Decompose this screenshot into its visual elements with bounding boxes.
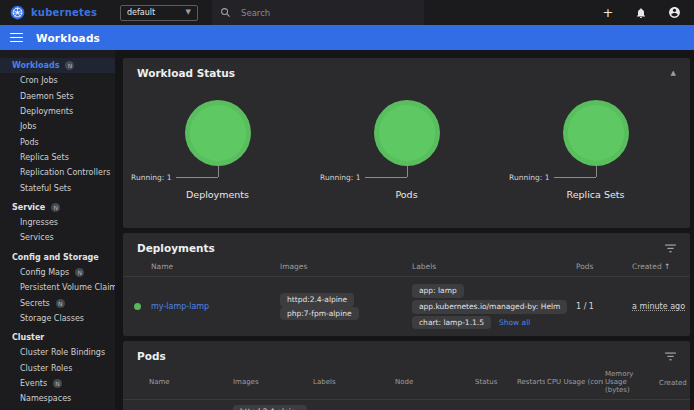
workload-status-card: Workload Status ▲ Running: 1 Deployments… (123, 58, 690, 228)
image-chip: httpd:2.4-alpine (233, 405, 307, 410)
created-ago-cell: a minute ago (632, 302, 686, 311)
deployment-row: my-lamp-lamp httpd:2.4-alpine php:7-fpm-… (123, 277, 690, 337)
search-input[interactable] (241, 8, 401, 18)
sidebar-item-persistent-volume-claims[interactable]: Persistent Volume Claims N (0, 280, 115, 295)
deployments-title: Deployments (137, 242, 215, 254)
column-header-created[interactable]: Created ↑ (630, 258, 690, 277)
sidebar-section-config-and-storage: Config and Storage (0, 250, 115, 265)
label-chip: app.kubernetes.io/managed-by: Helm (412, 300, 567, 314)
app-bar: Workloads (0, 25, 694, 50)
sidebar-item-replication-controllers[interactable]: Replication Controllers (0, 165, 115, 180)
column-header-status[interactable]: Status (473, 366, 515, 400)
status-column-header (123, 366, 147, 400)
pod-status-cell: Running (473, 400, 515, 410)
column-header-node[interactable]: Node (393, 366, 473, 400)
chart-label-pods: Pods (312, 189, 501, 200)
column-header-restarts[interactable]: Restarts (515, 366, 545, 400)
kubernetes-brand[interactable]: kubernetes (10, 5, 114, 20)
column-header-labels[interactable]: Labels (410, 258, 574, 277)
column-header-pods[interactable]: Pods (574, 258, 630, 277)
sidebar-item-secrets[interactable]: Secrets N (0, 295, 115, 310)
sidebar: Workloads N Cron Jobs Daemon Sets Deploy… (0, 50, 115, 410)
chevron-down-icon: ▼ (186, 9, 191, 16)
sidebar-item-cron-jobs[interactable]: Cron Jobs (0, 73, 115, 88)
pod-row: my-lamp-lamp-5fd985cf68-jwvz4 httpd:2.4-… (123, 400, 690, 410)
sidebar-item-pods[interactable]: Pods (0, 134, 115, 149)
pods-count-cell: 1 / 1 (574, 277, 630, 337)
sidebar-item-storage-classes[interactable]: Storage Classes (0, 311, 115, 326)
column-header-images[interactable]: Images (278, 258, 410, 277)
search-box[interactable] (212, 0, 424, 25)
sidebar-item-cluster-role-bindings[interactable]: Cluster Role Bindings (0, 345, 115, 360)
user-icon (668, 6, 681, 19)
page-title: Workloads (36, 32, 100, 44)
sidebar-item-network-policies[interactable]: Network Policies N (0, 407, 115, 410)
notifications-button[interactable] (633, 5, 649, 21)
namespaced-badge: N (53, 379, 62, 388)
cpu-usage-cell: - (545, 400, 603, 410)
column-header-labels[interactable]: Labels (311, 366, 393, 400)
menu-button[interactable] (10, 33, 23, 43)
workload-status-title: Workload Status (137, 67, 235, 79)
sidebar-item-events[interactable]: Events N (0, 376, 115, 391)
column-header-memory[interactable]: Memory Usage (bytes) (603, 366, 657, 400)
chart-label-deployments: Deployments (123, 189, 312, 200)
plus-icon: + (603, 6, 614, 19)
sidebar-item-daemon-sets[interactable]: Daemon Sets (0, 89, 115, 104)
namespaced-badge: N (51, 203, 60, 212)
create-resource-button[interactable]: + (600, 5, 616, 21)
pie-running-replica-sets (563, 100, 629, 166)
column-header-images[interactable]: Images (231, 366, 311, 400)
replica-sets-pie-chart: Running: 1 Replica Sets (501, 86, 690, 212)
brand-name: kubernetes (31, 7, 97, 18)
namespace-value: default (127, 8, 155, 17)
namespaced-badge: N (65, 61, 74, 70)
sort-ascending-icon: ↑ (689, 378, 690, 387)
legend-running-count: Running: 1 (131, 173, 171, 182)
column-header-cpu[interactable]: CPU Usage (cores) (545, 366, 603, 400)
pie-running-deployments (185, 100, 251, 166)
top-bar: kubernetes default ▼ + (0, 0, 694, 25)
status-ok-icon (134, 303, 141, 310)
search-icon (220, 7, 231, 18)
namespaced-badge: N (75, 268, 84, 277)
sort-ascending-icon: ↑ (664, 262, 670, 271)
image-chip: php:7-fpm-alpine (280, 307, 359, 321)
sidebar-item-stateful-sets[interactable]: Stateful Sets (0, 180, 115, 195)
sidebar-item-config-maps[interactable]: Config Maps N (0, 265, 115, 280)
namespace-selector[interactable]: default ▼ (120, 5, 198, 21)
show-all-labels-link[interactable]: Show all (499, 318, 530, 327)
label-chip: chart: lamp-1.1.5 (412, 316, 491, 330)
sidebar-item-replica-sets[interactable]: Replica Sets (0, 150, 115, 165)
sidebar-item-workloads[interactable]: Workloads N (0, 58, 115, 73)
pods-pie-chart: Running: 1 Pods (312, 86, 501, 212)
deployment-name-link[interactable]: my-lamp-lamp (151, 302, 209, 311)
namespaced-badge: N (56, 299, 65, 308)
column-header-created[interactable]: Created ↑ (657, 366, 690, 400)
sidebar-item-namespaces[interactable]: Namespaces (0, 391, 115, 406)
legend-running-count: Running: 1 (320, 173, 360, 182)
sidebar-item-cluster-roles[interactable]: Cluster Roles (0, 361, 115, 376)
memory-usage-cell: - (603, 400, 657, 410)
collapse-card-button[interactable]: ▲ (671, 69, 676, 77)
kubernetes-logo-icon (10, 5, 25, 20)
deployments-pie-chart: Running: 1 Deployments (123, 86, 312, 212)
account-button[interactable] (666, 5, 682, 21)
pie-running-pods (374, 100, 440, 166)
deployments-card: Deployments Name Images Labels Pods (123, 233, 690, 336)
pods-card: Pods Name Images Labels Node Stat (123, 341, 690, 410)
sidebar-item-services[interactable]: Services (0, 230, 115, 245)
filter-icon[interactable] (665, 244, 676, 253)
bell-icon (635, 7, 647, 19)
column-header-name[interactable]: Name (149, 258, 278, 277)
sidebar-item-jobs[interactable]: Jobs (0, 119, 115, 134)
sidebar-section-cluster: Cluster (0, 330, 115, 345)
column-header-name[interactable]: Name (147, 366, 231, 400)
filter-icon[interactable] (665, 352, 676, 361)
node-cell: lke55127-86393-622f8d09399a (393, 400, 473, 410)
sidebar-item-ingresses[interactable]: Ingresses (0, 215, 115, 230)
pods-title: Pods (137, 350, 166, 362)
sidebar-item-deployments[interactable]: Deployments (0, 104, 115, 119)
sidebar-item-service[interactable]: Service N (0, 200, 115, 215)
restarts-cell: 0 (515, 400, 545, 410)
